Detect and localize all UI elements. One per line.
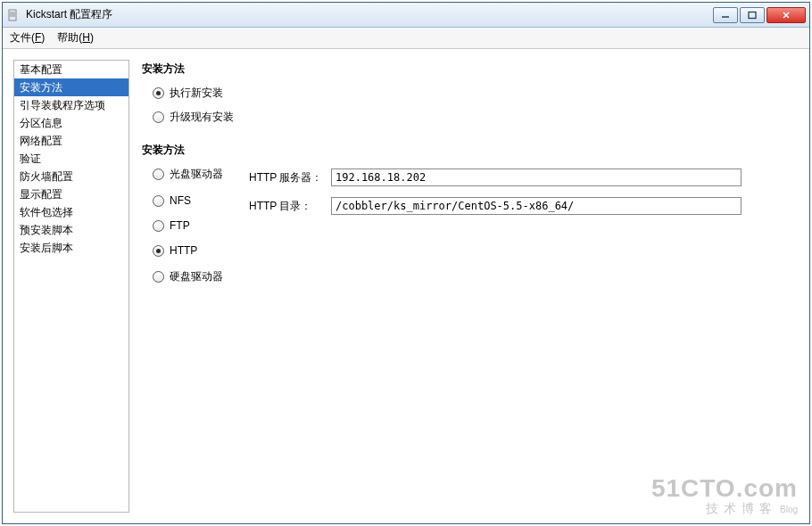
close-button[interactable]: [766, 7, 806, 23]
method-options: 光盘驱动器 NFS FTP HTTP: [142, 167, 231, 297]
titlebar: Kickstart 配置程序: [3, 3, 809, 28]
sidebar-item-pre-script[interactable]: 预安装脚本: [14, 221, 128, 239]
app-window: Kickstart 配置程序 文件(F) 帮助(H) 基本配置 安装方法 引导装…: [2, 2, 810, 524]
sidebar-item-install-method[interactable]: 安装方法: [14, 78, 128, 96]
sidebar-item-display[interactable]: 显示配置: [14, 185, 128, 203]
sidebar-item-label: 引导装载程序选项: [20, 98, 105, 113]
radio-label: 执行新安装: [170, 86, 223, 101]
radio-icon: [153, 195, 164, 207]
minimize-button[interactable]: [713, 7, 738, 23]
menu-help[interactable]: 帮助(H): [57, 30, 94, 45]
sidebar-item-packages[interactable]: 软件包选择: [14, 203, 128, 221]
sidebar: 基本配置 安装方法 引导装载程序选项 分区信息 网络配置 验证 防火墙配置 显示…: [13, 60, 129, 513]
radio-icon: [153, 168, 164, 180]
maximize-icon: [748, 11, 757, 20]
sidebar-item-network[interactable]: 网络配置: [14, 132, 128, 150]
radio-label: 硬盘驱动器: [170, 269, 223, 284]
sidebar-item-label: 预安装脚本: [20, 223, 73, 238]
section-title-action: 安装方法: [142, 62, 799, 77]
radio-ftp[interactable]: FTP: [153, 219, 231, 232]
http-dir-input[interactable]: [331, 197, 742, 215]
svg-rect-1: [749, 12, 756, 18]
menu-file[interactable]: 文件(F): [10, 30, 45, 45]
close-icon: [782, 11, 791, 20]
sidebar-item-firewall[interactable]: 防火墙配置: [14, 168, 128, 185]
radio-icon: [153, 271, 164, 283]
radio-nfs[interactable]: NFS: [153, 194, 231, 207]
sidebar-item-post-script[interactable]: 安装后脚本: [14, 239, 128, 257]
http-server-input[interactable]: [331, 168, 742, 186]
client-area: 基本配置 安装方法 引导装载程序选项 分区信息 网络配置 验证 防火墙配置 显示…: [3, 49, 809, 523]
sidebar-item-basic[interactable]: 基本配置: [14, 61, 128, 78]
sidebar-item-label: 防火墙配置: [20, 169, 73, 185]
sidebar-item-label: 分区信息: [20, 116, 62, 131]
window-title: Kickstart 配置程序: [26, 7, 713, 22]
radio-icon: [153, 245, 164, 257]
svg-rect-0: [9, 10, 16, 21]
content-pane: 安装方法 执行新安装 升级现有安装 安装方法 光盘驱动器: [142, 60, 799, 513]
radio-icon: [153, 87, 164, 99]
http-server-label: HTTP 服务器：: [249, 170, 331, 185]
sidebar-item-label: 网络配置: [20, 134, 62, 149]
radio-new-install[interactable]: 执行新安装: [153, 86, 799, 101]
minimize-icon: [721, 11, 730, 20]
radio-label: FTP: [170, 219, 190, 232]
radio-label: 升级现有安装: [170, 110, 234, 125]
sidebar-item-label: 软件包选择: [20, 205, 73, 220]
radio-http[interactable]: HTTP: [153, 244, 231, 257]
sidebar-item-bootloader[interactable]: 引导装载程序选项: [14, 96, 128, 114]
sidebar-item-label: 基本配置: [20, 62, 62, 78]
radio-label: 光盘驱动器: [170, 167, 223, 182]
sidebar-item-label: 验证: [20, 152, 41, 167]
radio-label: HTTP: [170, 244, 197, 257]
sidebar-item-label: 安装方法: [20, 80, 62, 95]
sidebar-item-auth[interactable]: 验证: [14, 150, 128, 168]
menubar: 文件(F) 帮助(H): [3, 28, 809, 49]
sidebar-item-label: 显示配置: [20, 187, 62, 202]
app-icon: [6, 8, 21, 22]
maximize-button[interactable]: [740, 7, 765, 23]
sidebar-item-partition[interactable]: 分区信息: [14, 114, 128, 132]
sidebar-item-label: 安装后脚本: [20, 241, 73, 256]
radio-upgrade[interactable]: 升级现有安装: [153, 110, 799, 125]
radio-label: NFS: [170, 194, 191, 207]
http-dir-label: HTTP 目录：: [249, 199, 331, 214]
radio-icon: [153, 220, 164, 232]
radio-harddrive[interactable]: 硬盘驱动器: [153, 269, 231, 284]
radio-cdrom[interactable]: 光盘驱动器: [153, 167, 231, 182]
section-title-method: 安装方法: [142, 143, 799, 158]
radio-icon: [153, 111, 164, 123]
http-fields: HTTP 服务器： HTTP 目录：: [249, 167, 742, 297]
